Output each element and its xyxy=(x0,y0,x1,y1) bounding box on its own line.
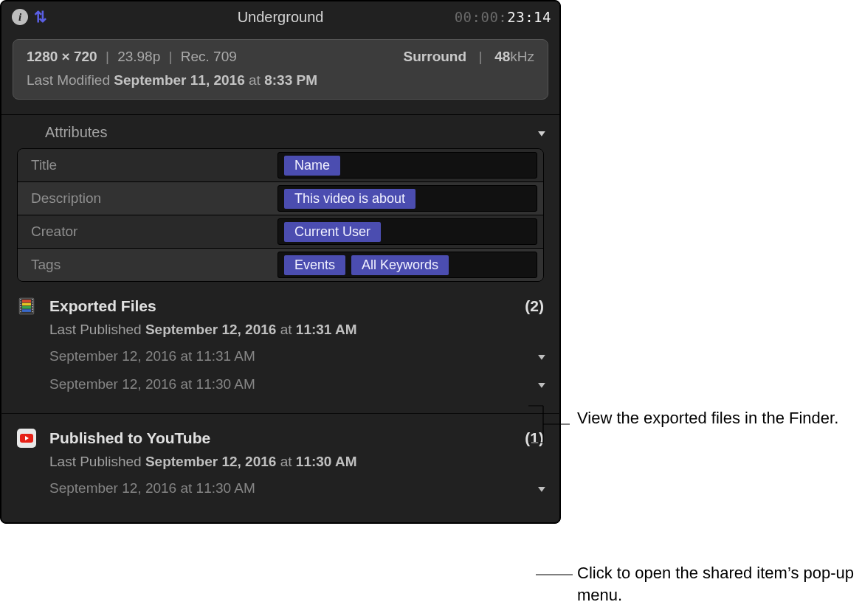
exported-files-header: Exported Files (2) xyxy=(17,297,544,316)
svg-rect-15 xyxy=(32,308,33,310)
svg-rect-1 xyxy=(22,300,31,302)
attr-tags-label: Tags xyxy=(18,257,277,273)
attr-row-tags: Tags Events All Keywords xyxy=(18,248,543,281)
exported-item-2-label: September 12, 2016 at 11:30 AM xyxy=(49,376,255,392)
token-name[interactable]: Name xyxy=(284,156,340,176)
exported-files-count: (2) xyxy=(525,297,544,315)
attributes-table: Title Name Description This video is abo… xyxy=(17,148,544,282)
callout-exported-text: View the exported files in the Finder. xyxy=(577,407,838,429)
youtube-item-1[interactable]: September 12, 2016 at 11:30 AM ▾ xyxy=(17,474,544,502)
svg-rect-6 xyxy=(20,302,21,303)
attr-creator-label: Creator xyxy=(18,224,277,240)
chevron-down-icon[interactable]: ▾ xyxy=(538,482,545,494)
leader-line xyxy=(528,398,576,450)
svg-rect-9 xyxy=(20,308,21,310)
chevron-down-icon[interactable]: ▾ xyxy=(538,378,545,390)
youtube-header: Published to YouTube (1) xyxy=(17,429,544,448)
attr-title-value[interactable]: Name xyxy=(277,152,537,179)
youtube-section: Published to YouTube (1) Last Published … xyxy=(1,414,560,502)
exported-item-2[interactable]: September 12, 2016 at 11:30 AM ▾ xyxy=(17,370,544,398)
youtube-last-published: Last Published September 12, 2016 at 11:… xyxy=(17,448,544,474)
svg-rect-8 xyxy=(20,306,21,308)
exported-item-1-label: September 12, 2016 at 11:31 AM xyxy=(49,348,255,364)
svg-rect-10 xyxy=(20,311,21,313)
callout-popup-text: Click to open the shared item’s pop-up m… xyxy=(577,562,862,606)
attr-creator-value[interactable]: Current User xyxy=(277,218,537,245)
attr-row-creator: Creator Current User xyxy=(18,215,543,248)
color-space: Rec. 709 xyxy=(181,49,237,65)
token-events[interactable]: Events xyxy=(284,255,345,275)
svg-rect-14 xyxy=(32,306,33,308)
attr-tags-value[interactable]: Events All Keywords xyxy=(277,252,537,278)
last-modified-label: Last Modified xyxy=(27,72,110,88)
exported-item-1[interactable]: September 12, 2016 at 11:31 AM ▾ xyxy=(17,342,544,370)
chevron-down-icon: ▾ xyxy=(538,127,545,139)
titlebar: i ⇅ Underground 00:00:23:14 xyxy=(1,1,560,33)
exported-files-label: Exported Files xyxy=(49,297,156,315)
attributes-label: Attributes xyxy=(45,124,107,141)
chevron-down-icon[interactable]: ▾ xyxy=(538,350,545,362)
share-inspector-panel: i ⇅ Underground 00:00:23:14 1280 × 720 |… xyxy=(0,0,561,524)
frame-rate: 23.98p xyxy=(117,49,160,65)
svg-rect-16 xyxy=(32,311,33,313)
token-creator[interactable]: Current User xyxy=(284,222,381,242)
last-modified-at: at xyxy=(249,72,261,88)
token-all-keywords[interactable]: All Keywords xyxy=(351,255,449,275)
exported-files-section: Exported Files (2) Last Published Septem… xyxy=(1,282,560,414)
clip-title: Underground xyxy=(1,9,560,26)
last-modified-time: 8:33 PM xyxy=(264,72,317,88)
attributes-header[interactable]: Attributes ▾ xyxy=(1,115,560,148)
exported-last-published: Last Published September 12, 2016 at 11:… xyxy=(17,316,544,342)
svg-rect-12 xyxy=(32,302,33,303)
svg-rect-13 xyxy=(32,304,33,305)
svg-rect-4 xyxy=(22,309,31,312)
film-icon xyxy=(17,297,36,316)
media-info-box: 1280 × 720 | 23.98p | Rec. 709 Surround … xyxy=(13,39,548,100)
leader-line xyxy=(536,571,573,578)
attr-description-label: Description xyxy=(18,190,277,207)
svg-rect-5 xyxy=(20,299,21,300)
last-modified-date: September 11, 2016 xyxy=(114,72,244,88)
sample-rate-unit: kHz xyxy=(510,49,534,64)
token-description[interactable]: This video is about xyxy=(284,189,416,209)
svg-rect-2 xyxy=(22,303,31,306)
sample-rate-num: 48 xyxy=(494,49,510,64)
svg-rect-11 xyxy=(32,299,33,300)
audio-format: Surround xyxy=(404,49,467,64)
youtube-label: Published to YouTube xyxy=(49,429,210,447)
youtube-item-1-label: September 12, 2016 at 11:30 AM xyxy=(49,480,255,496)
svg-rect-7 xyxy=(20,304,21,305)
callout-popup: Click to open the shared item’s pop-up m… xyxy=(577,562,862,606)
youtube-icon xyxy=(17,429,36,448)
callout-exported: View the exported files in the Finder. xyxy=(577,407,838,429)
attr-title-label: Title xyxy=(18,157,277,173)
svg-rect-3 xyxy=(22,306,31,309)
resolution: 1280 × 720 xyxy=(27,49,97,65)
attr-row-title: Title Name xyxy=(18,149,543,181)
attr-description-value[interactable]: This video is about xyxy=(277,185,537,212)
attr-row-description: Description This video is about xyxy=(18,181,543,215)
